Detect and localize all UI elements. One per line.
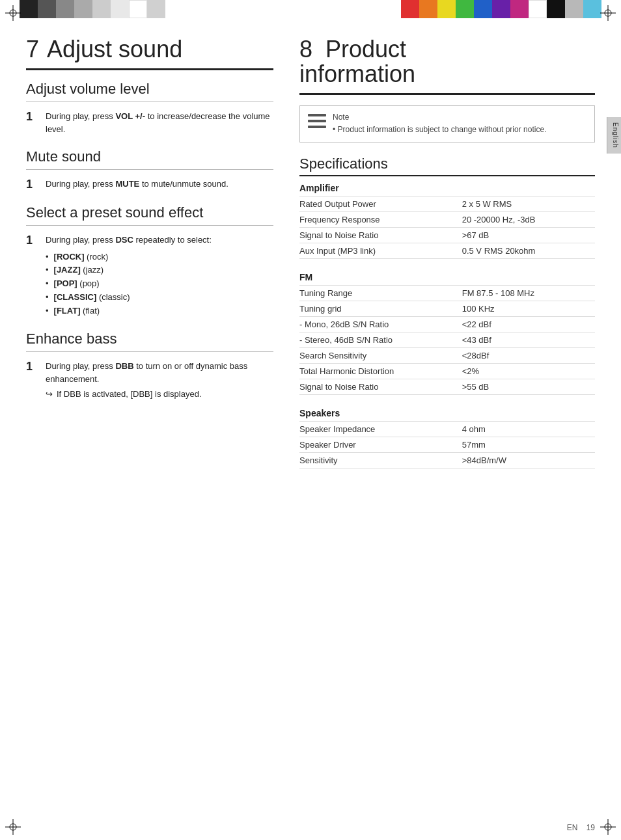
page-footer: EN 19 — [567, 823, 595, 832]
color-swatch — [38, 0, 56, 18]
subsection-adjust-volume: Adjust volume level 1 During play, press… — [26, 81, 273, 135]
section8-title-word1: Product — [325, 36, 406, 62]
section8-title-line2: information — [299, 61, 415, 88]
footer-lang: EN — [567, 823, 578, 832]
subsection-mute-title: Mute sound — [26, 148, 273, 165]
spec-value: >67 dB — [462, 227, 595, 243]
specs-divider — [299, 175, 595, 176]
crosshair-bottom-right — [600, 819, 616, 835]
step-number: 1 — [26, 178, 38, 191]
spec-label: Total Harmonic Distortion — [299, 363, 462, 379]
color-swatch — [129, 0, 147, 18]
section7-column: 7 Adjust sound Adjust volume level 1 Dur… — [26, 36, 273, 479]
color-swatch — [583, 0, 601, 18]
spec-label: Speaker Driver — [299, 437, 462, 452]
table-row: - Stereo, 46dB S/N Ratio <43 dBf — [299, 332, 595, 347]
section8-number: 8 — [299, 36, 312, 62]
crosshair-top-left — [5, 5, 21, 21]
color-swatch — [456, 0, 474, 18]
fm-category: FM — [299, 269, 595, 285]
list-item: [FLAT] (flat) — [46, 305, 273, 318]
subsection-bass-title: Enhance bass — [26, 331, 273, 347]
note-box: Note • Product information is subject to… — [299, 105, 595, 142]
step-number: 1 — [26, 360, 38, 401]
table-row: Aux Input (MP3 link) 0.5 V RMS 20kohm — [299, 243, 595, 258]
specifications-title: Specifications — [299, 156, 595, 172]
color-swatch — [419, 0, 437, 18]
step-number: 1 — [26, 234, 38, 318]
spec-label: Search Sensitivity — [299, 347, 462, 363]
spec-value: <22 dBf — [462, 316, 595, 332]
table-row: - Mono, 26dB S/N Ratio <22 dBf — [299, 316, 595, 332]
spec-label: Speaker Impedance — [299, 421, 462, 437]
subsection-adjust-volume-title: Adjust volume level — [26, 81, 273, 98]
amplifier-table: Rated Output Power 2 x 5 W RMS Frequency… — [299, 196, 595, 259]
color-swatch — [56, 0, 74, 18]
note-text: • Product information is subject to chan… — [333, 124, 546, 135]
spec-value: 0.5 V RMS 20kohm — [462, 243, 595, 258]
color-swatch — [401, 0, 419, 18]
note-icon-line — [308, 126, 326, 128]
color-swatch — [147, 0, 165, 18]
list-item: [ROCK] (rock) — [46, 251, 273, 264]
color-bar-right — [401, 0, 601, 21]
table-row: Frequency Response 20 -20000 Hz, -3dB — [299, 211, 595, 227]
color-swatch — [547, 0, 565, 18]
spec-label: Signal to Noise Ratio — [299, 227, 462, 243]
note-label: Note — [333, 113, 546, 122]
spec-value: 4 ohm — [462, 421, 595, 437]
section7-title: Adjust sound — [47, 36, 182, 63]
step-content: During play, press DBB to turn on or off… — [46, 360, 273, 401]
step-mute-1: 1 During play, press MUTE to mute/unmute… — [26, 178, 273, 191]
step-number: 1 — [26, 110, 38, 135]
spec-value: >55 dB — [462, 379, 595, 394]
spec-value: 20 -20000 Hz, -3dB — [462, 211, 595, 227]
step-adjust-volume-1: 1 During play, press VOL +/- to increase… — [26, 110, 273, 135]
speakers-table: Speaker Impedance 4 ohm Speaker Driver 5… — [299, 421, 595, 468]
spec-label: Tuning grid — [299, 301, 462, 316]
step-content: During play, press MUTE to mute/unmute s… — [46, 178, 273, 191]
table-row: Speaker Impedance 4 ohm — [299, 421, 595, 437]
subsection-preset-title: Select a preset sound effect — [26, 204, 273, 221]
subsection-preset-sound: Select a preset sound effect 1 During pl… — [26, 204, 273, 318]
spec-value: 2 x 5 W RMS — [462, 196, 595, 211]
spec-value: 100 KHz — [462, 301, 595, 316]
spec-label: Frequency Response — [299, 211, 462, 227]
speakers-category: Speakers — [299, 405, 595, 421]
spec-label: - Stereo, 46dB S/N Ratio — [299, 332, 462, 347]
color-swatch — [111, 0, 129, 18]
spec-label: Tuning Range — [299, 285, 462, 301]
subsection-enhance-bass: Enhance bass 1 During play, press DBB to… — [26, 331, 273, 401]
section7-number: 7 — [26, 36, 39, 63]
color-swatch — [474, 0, 492, 18]
color-bar-left — [20, 0, 165, 21]
subsection-mute-sound: Mute sound 1 During play, press MUTE to … — [26, 148, 273, 191]
arrow-note: ↪ If DBB is activated, [DBB] is displaye… — [46, 388, 273, 401]
table-row: Sensitivity >84dB/m/W — [299, 452, 595, 468]
crosshair-bottom-left — [5, 819, 21, 835]
section8-divider — [299, 93, 595, 95]
step-content: During play, press DSC repeatedly to sel… — [46, 234, 273, 318]
section8-title-line1: 8 Product — [299, 36, 406, 63]
color-swatch — [74, 0, 92, 18]
table-row: Tuning grid 100 KHz — [299, 301, 595, 316]
spec-label: - Mono, 26dB S/N Ratio — [299, 316, 462, 332]
spec-value: 57mm — [462, 437, 595, 452]
spec-value: <43 dBf — [462, 332, 595, 347]
section8-heading: 8 Product information — [299, 36, 595, 88]
section7-divider — [26, 68, 273, 70]
fm-table: Tuning Range FM 87.5 - 108 MHz Tuning gr… — [299, 285, 595, 395]
list-item: [POP] (pop) — [46, 277, 273, 291]
page-content: 7 Adjust sound Adjust volume level 1 Dur… — [26, 36, 595, 814]
language-tab: English — [607, 117, 621, 154]
note-icon-line — [308, 114, 326, 116]
color-swatch — [565, 0, 583, 18]
sound-effect-list: [ROCK] (rock) [JAZZ] (jazz) [POP] (pop) … — [46, 251, 273, 318]
table-row: Signal to Noise Ratio >67 dB — [299, 227, 595, 243]
color-bar-top — [0, 0, 621, 21]
table-row: Total Harmonic Distortion <2% — [299, 363, 595, 379]
two-column-layout: 7 Adjust sound Adjust volume level 1 Dur… — [26, 36, 595, 479]
list-item: [JAZZ] (jazz) — [46, 264, 273, 277]
color-swatch — [510, 0, 529, 18]
list-item: [CLASSIC] (classic) — [46, 291, 273, 305]
